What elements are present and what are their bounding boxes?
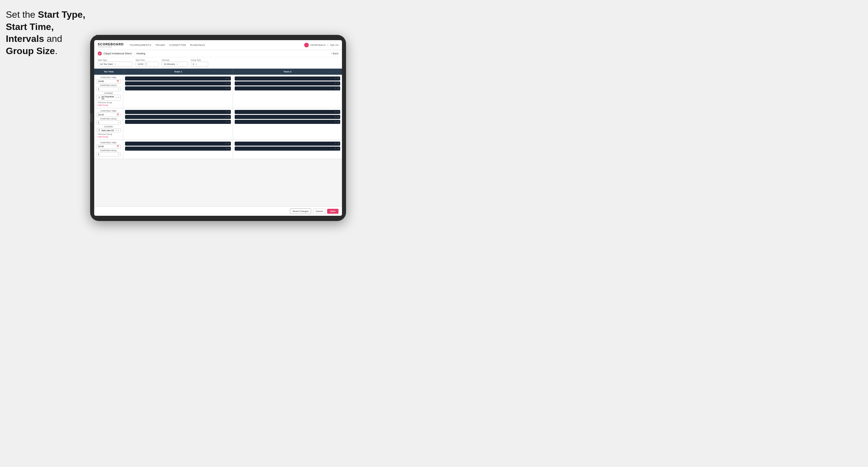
starting-time-value-2: 10:10 — [98, 114, 104, 116]
clippd-logo: C — [98, 52, 102, 56]
tournament-name[interactable]: Clippd Invitational (Men) — [103, 52, 132, 55]
player-slot-icons-1-2: ✕ ⊕ — [225, 82, 230, 85]
start-time-input[interactable]: 10:00 🕙 — [135, 62, 159, 67]
slot-x-4-1[interactable]: ✕ — [335, 111, 336, 113]
slot-x-3-2[interactable]: ✕ — [225, 116, 227, 118]
nav-tournaments[interactable]: TOURNAMENTS — [129, 43, 151, 46]
player-slot-icons-6-2: ✕ ⊕ — [335, 148, 339, 150]
user-email: blair@clippd.io — [311, 43, 326, 46]
intervals-group: Intervals 10 Minutes ▾ — [162, 59, 188, 67]
course-label-1: COURSE: — [97, 92, 121, 94]
course-remove-2[interactable]: ✕ — [115, 129, 117, 131]
player-slot-2-3[interactable]: ✕ ⊕ — [235, 86, 341, 90]
group-size-label: Group Size — [191, 59, 208, 61]
nav-right: blair@clippd.io | Sign out — [304, 43, 339, 48]
start-type-label: Start Type — [98, 59, 133, 61]
remove-group-1[interactable]: ○ Remove Group — [97, 101, 121, 103]
player-slot-2-1[interactable]: ✕ ⊕ — [235, 76, 341, 81]
player-slot-1-3[interactable]: ✕ ⊕ — [125, 86, 231, 90]
slot-x-5-2[interactable]: ✕ — [225, 148, 227, 150]
course-label-2: COURSE: — [97, 126, 121, 128]
slot-x-6-2[interactable]: ✕ — [335, 148, 336, 150]
nav-teams[interactable]: TEAMS — [155, 43, 165, 46]
start-type-group: Start Type 1st Tee Start ▾ — [98, 59, 133, 67]
starting-hole-label-1: STARTING HOLE: — [97, 84, 121, 86]
course-expand-2[interactable]: ▾ — [118, 129, 119, 131]
course-icon-2: 🏌 — [98, 129, 101, 131]
slot-x-1-2[interactable]: ✕ — [225, 82, 227, 85]
starting-time-input-1[interactable]: 10:00 ⏰ — [97, 79, 121, 84]
group-size-select[interactable]: 3 ▾ — [191, 62, 208, 67]
logo-sub: Powered by clippd — [98, 46, 124, 48]
nav-rankings[interactable]: RANKINGS — [190, 43, 205, 46]
player-slot-1-1[interactable]: ✕ ⊕ — [125, 76, 231, 81]
player-slot-1-2[interactable]: ✕ ⊕ — [125, 82, 231, 86]
team1-col-1: ✕ ⊕ ✕ ⊕ ✕ ⊕ — [123, 75, 233, 108]
player-slot-icons-1-3: ✕ ⊕ — [225, 87, 230, 90]
starting-hole-select-1[interactable]: 1 ▾ — [97, 87, 121, 91]
intervals-select[interactable]: 10 Minutes ▾ — [162, 62, 188, 67]
slot-edit-1-1[interactable]: ⊕ — [228, 77, 230, 80]
slot-edit-1-3[interactable]: ⊕ — [228, 87, 230, 90]
slot-x-2-1[interactable]: ✕ — [335, 77, 336, 80]
player-slot-3-1[interactable]: ✕ ⊕ — [125, 110, 231, 114]
player-slot-5-1[interactable]: ✕ ⊕ — [125, 142, 231, 146]
slot-edit-4-3[interactable]: ⊕ — [337, 121, 339, 123]
course-remove-1[interactable]: ✕ — [116, 97, 117, 99]
start-type-select[interactable]: 1st Tee Start ▾ — [98, 62, 133, 67]
player-slot-3-3[interactable]: ✕ ⊕ — [125, 120, 231, 124]
cancel-button[interactable]: Cancel — [313, 209, 326, 214]
slot-edit-3-3[interactable]: ⊕ — [228, 121, 230, 123]
course-expand-1[interactable]: ▾ — [118, 97, 119, 99]
nav-committee[interactable]: COMMITTEE — [169, 43, 186, 46]
slot-x-4-2[interactable]: ✕ — [335, 116, 336, 118]
slot-x-2-2[interactable]: ✕ — [335, 82, 336, 85]
player-slot-3-2[interactable]: ✕ ⊕ — [125, 115, 231, 119]
slot-x-3-1[interactable]: ✕ — [225, 111, 227, 113]
player-slot-2-2[interactable]: ✕ ⊕ — [235, 82, 341, 86]
team1-col-3: ✕ ⊕ ✕ ⊕ — [123, 140, 233, 159]
slot-edit-4-2[interactable]: ⊕ — [337, 116, 339, 118]
remove-group-2[interactable]: ○ Remove Group — [97, 133, 121, 135]
starting-time-input-3[interactable]: 10:20 ⏰ — [97, 144, 121, 149]
slot-x-6-1[interactable]: ✕ — [335, 143, 336, 145]
slot-x-1-1[interactable]: ✕ — [225, 77, 227, 80]
slot-edit-2-1[interactable]: ⊕ — [337, 77, 339, 80]
slot-x-1-3[interactable]: ✕ — [225, 87, 227, 90]
add-group-1[interactable]: + Add Group — [97, 104, 121, 106]
back-link[interactable]: ‹ Back — [331, 52, 339, 55]
slot-edit-2-3[interactable]: ⊕ — [337, 87, 339, 90]
slot-edit-3-1[interactable]: ⊕ — [228, 111, 230, 113]
player-slot-5-2[interactable]: ✕ ⊕ — [125, 147, 231, 151]
main-content[interactable]: STARTING TIME: 10:00 ⏰ STARTING HOLE: 1 … — [94, 75, 342, 207]
sign-out-link[interactable]: Sign out — [330, 43, 339, 46]
player-slot-icons-4-3: ✕ ⊕ — [335, 121, 339, 123]
player-slot-6-2[interactable]: ✕ ⊕ — [235, 147, 341, 151]
slot-edit-4-1[interactable]: ⊕ — [337, 111, 339, 113]
player-slot-4-1[interactable]: ✕ ⊕ — [235, 110, 341, 114]
tablet-side-button[interactable] — [90, 114, 92, 122]
slot-edit-5-1[interactable]: ⊕ — [228, 143, 230, 145]
starting-hole-select-3[interactable]: 1 ▾ — [97, 152, 121, 156]
slot-edit-6-2[interactable]: ⊕ — [337, 148, 339, 150]
starting-hole-select-2[interactable]: 1 ▾ — [97, 120, 121, 125]
team2-col-2: ✕ ⊕ ✕ ⊕ ✕ ⊕ — [233, 108, 342, 139]
slot-x-3-3[interactable]: ✕ — [225, 121, 227, 123]
reset-changes-button[interactable]: Reset Changes — [290, 209, 311, 214]
tee-clock-icon-2: ⏰ — [117, 114, 119, 116]
save-button[interactable]: Save — [327, 209, 339, 214]
player-slot-4-3[interactable]: ✕ ⊕ — [235, 120, 341, 124]
slot-edit-2-2[interactable]: ⊕ — [337, 82, 339, 85]
slot-x-4-3[interactable]: ✕ — [335, 121, 336, 123]
slot-x-2-3[interactable]: ✕ — [335, 87, 336, 90]
slot-edit-1-2[interactable]: ⊕ — [228, 82, 230, 85]
slot-x-5-1[interactable]: ✕ — [225, 143, 227, 145]
starting-time-value-1: 10:00 — [98, 80, 104, 83]
player-slot-6-1[interactable]: ✕ ⊕ — [235, 142, 341, 146]
add-group-2[interactable]: + Add Group — [97, 136, 121, 138]
starting-time-input-2[interactable]: 10:10 ⏰ — [97, 113, 121, 117]
player-slot-4-2[interactable]: ✕ ⊕ — [235, 115, 341, 119]
slot-edit-3-2[interactable]: ⊕ — [228, 116, 230, 118]
slot-edit-6-1[interactable]: ⊕ — [337, 143, 339, 145]
slot-edit-5-2[interactable]: ⊕ — [228, 148, 230, 150]
